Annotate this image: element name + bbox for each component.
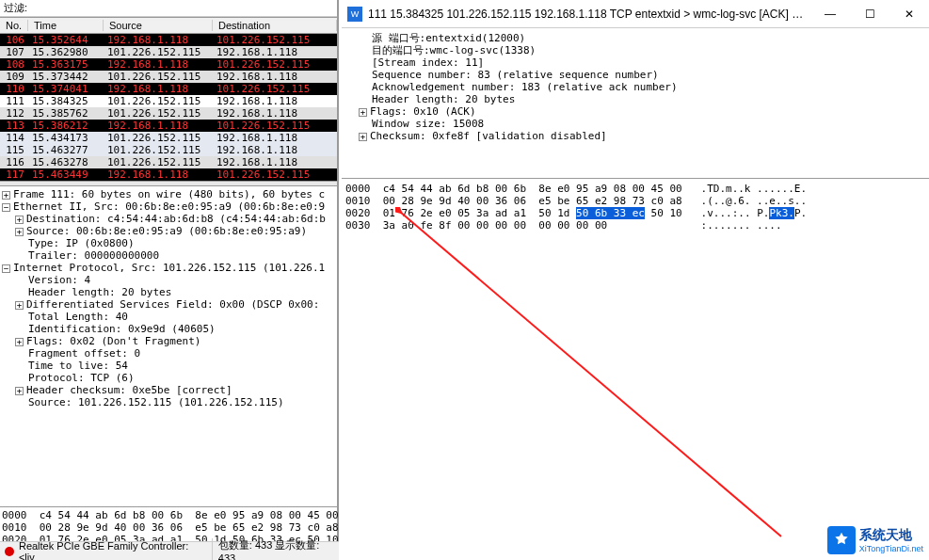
filter-label: 过滤: bbox=[4, 1, 27, 15]
packet-list[interactable]: 10615.352644192.168.1.118101.226.152.115… bbox=[0, 34, 337, 181]
packet-row[interactable]: 10915.373442101.226.152.115192.168.1.118 bbox=[0, 71, 337, 83]
collapse-icon[interactable]: − bbox=[2, 203, 10, 212]
expand-icon[interactable]: + bbox=[15, 301, 24, 310]
packet-row[interactable]: 11615.463278101.226.152.115192.168.1.118 bbox=[0, 156, 337, 168]
packet-row[interactable]: 11015.374041192.168.1.118101.226.152.115 bbox=[0, 83, 337, 95]
status-bar: Realtek PCIe GBE Family Controller: <liv… bbox=[0, 541, 339, 560]
col-source[interactable]: Source bbox=[104, 20, 213, 31]
watermark-url: XiTongTianDi.net bbox=[859, 544, 923, 553]
packet-count: 包数量: 433 显示数量: 433 bbox=[212, 538, 339, 560]
expand-icon[interactable]: + bbox=[15, 228, 24, 236]
expand-icon[interactable]: + bbox=[359, 108, 367, 117]
packet-details-tree[interactable]: +Frame 111: 60 bytes on wire (480 bits),… bbox=[0, 186, 337, 506]
minimize-button[interactable]: — bbox=[810, 2, 850, 26]
expand-icon[interactable]: + bbox=[15, 387, 24, 395]
adapter-label: Realtek PCIe GBE Family Controller: <liv bbox=[19, 540, 206, 561]
app-icon: W bbox=[347, 7, 362, 22]
watermark-icon bbox=[827, 526, 856, 554]
packet-detail-pane[interactable]: 源 端口号:entextxid(12000) 目的端口号:wmc-log-svc… bbox=[342, 28, 929, 179]
window-title-bar[interactable]: W 111 15.384325 101.226.152.115 192.168.… bbox=[342, 0, 929, 28]
packet-row[interactable]: 10715.362980101.226.152.115192.168.1.118 bbox=[0, 46, 337, 58]
packet-row[interactable]: 11115.384325101.226.152.115192.168.1.118 bbox=[0, 95, 337, 107]
collapse-icon[interactable]: − bbox=[2, 264, 10, 273]
highlighted-bytes: 50 6b 33 ec bbox=[576, 207, 645, 219]
hex-dump-right[interactable]: 0000 c4 54 44 ab 6d b8 00 6b 8e e0 95 a9… bbox=[342, 179, 929, 235]
capture-status-icon bbox=[5, 547, 14, 556]
filter-input[interactable] bbox=[27, 3, 333, 14]
packet-row[interactable]: 11415.434173101.226.152.115192.168.1.118 bbox=[0, 132, 337, 144]
expand-icon[interactable]: + bbox=[2, 191, 10, 200]
window-title: 111 15.384325 101.226.152.115 192.168.1.… bbox=[368, 8, 810, 21]
packet-row[interactable]: 11515.463277101.226.152.115192.168.1.118 bbox=[0, 144, 337, 156]
packet-row[interactable]: 10815.363175192.168.1.118101.226.152.115 bbox=[0, 58, 337, 71]
col-time[interactable]: Time bbox=[28, 20, 104, 31]
col-no[interactable]: No. bbox=[0, 20, 28, 31]
col-destination[interactable]: Destination bbox=[213, 20, 337, 31]
watermark: 系统天地 XiTongTianDi.net bbox=[827, 526, 923, 554]
packet-row[interactable]: 10615.352644192.168.1.118101.226.152.115 bbox=[0, 34, 337, 46]
packet-table-header: No. Time Source Destination bbox=[0, 17, 337, 34]
packet-row[interactable]: 11715.463449192.168.1.118101.226.152.115 bbox=[0, 168, 337, 181]
expand-icon[interactable]: + bbox=[15, 216, 24, 224]
expand-icon[interactable]: + bbox=[359, 133, 367, 141]
close-button[interactable]: ✕ bbox=[889, 2, 929, 26]
packet-row[interactable]: 11315.386212192.168.1.118101.226.152.115 bbox=[0, 120, 337, 132]
maximize-button[interactable]: ☐ bbox=[850, 2, 889, 26]
packet-row[interactable]: 11215.385762101.226.152.115192.168.1.118 bbox=[0, 107, 337, 120]
watermark-title: 系统天地 bbox=[859, 527, 923, 544]
expand-icon[interactable]: + bbox=[15, 338, 24, 346]
